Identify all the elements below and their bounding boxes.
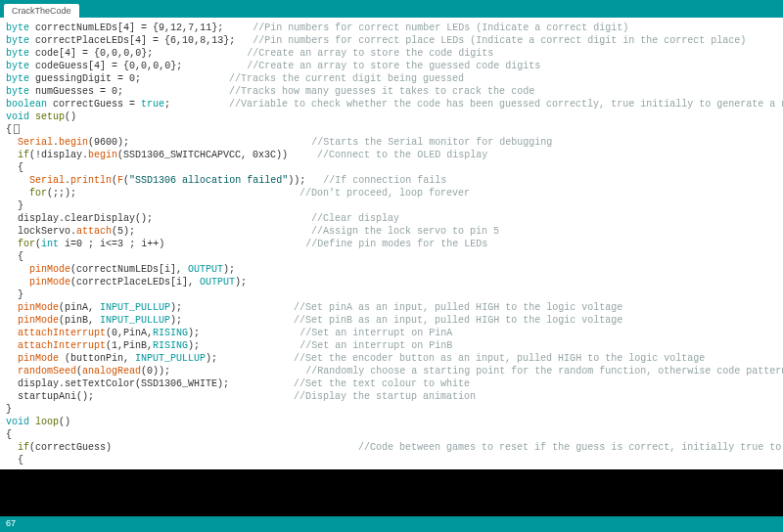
console-panel — [0, 469, 783, 516]
caret-icon — [14, 124, 20, 134]
status-line-number: 67 — [6, 518, 16, 528]
code-editor[interactable]: byte correctNumLEDs[4] = {9,12,7,11}; //… — [0, 18, 783, 469]
tab-crackthecode[interactable]: CrackTheCode — [4, 4, 79, 18]
status-bar: 67 — [0, 516, 783, 532]
tab-bar: CrackTheCode — [0, 0, 783, 18]
